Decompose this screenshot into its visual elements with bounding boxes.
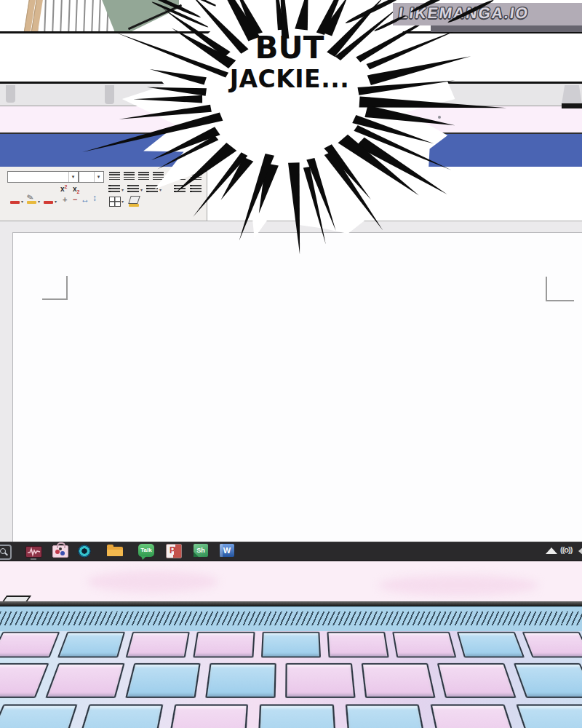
word-app-icon[interactable]: W (220, 544, 234, 557)
browser-ring-icon[interactable] (78, 545, 91, 558)
indent-decrease-button[interactable] (175, 185, 186, 193)
chevron-down-icon[interactable]: ▾ (21, 199, 23, 204)
speaker-vent (0, 606, 582, 632)
talk-messenger-icon[interactable]: Talk (138, 544, 154, 557)
keyboard-key (327, 632, 389, 658)
font-size-combo[interactable]: ▾ (79, 171, 104, 183)
keyboard-key (74, 704, 163, 728)
keyboard-key (125, 632, 190, 658)
indent-increase-button[interactable] (191, 185, 202, 193)
keyboard-key (194, 632, 255, 658)
keyboard-key (261, 632, 322, 658)
keyboard-key (45, 663, 125, 698)
subscript-button[interactable]: x2 (73, 185, 79, 193)
watermark-underbar (431, 25, 582, 32)
show-hidden-icons-button[interactable] (546, 547, 557, 554)
cell-shading-button[interactable] (128, 196, 140, 204)
app-titlebar (0, 134, 582, 167)
keyboard-key (513, 663, 582, 698)
chevron-down-icon[interactable]: ▾ (94, 172, 103, 182)
keyboard-key (392, 632, 457, 658)
keyboard-key (437, 663, 516, 698)
spacing-increase-button[interactable]: + (63, 195, 67, 204)
align-justify-button[interactable] (153, 172, 164, 181)
laptop-keyboard (0, 631, 582, 728)
margin-crop-mark-left (42, 276, 68, 300)
keyboard-key (125, 663, 201, 698)
bullet-list-button[interactable] (109, 185, 120, 193)
shading-yellow-bar (129, 204, 139, 207)
network-icon[interactable]: ((o)) (560, 545, 572, 554)
media-monitor-icon[interactable] (25, 546, 42, 558)
highlight-color-button[interactable] (27, 201, 36, 204)
keyboard-key (362, 663, 436, 698)
search-icon[interactable] (0, 545, 12, 560)
laptop-hinge (0, 601, 582, 606)
volume-icon[interactable] (578, 547, 582, 555)
chevron-down-icon[interactable]: ▾ (121, 199, 124, 204)
hinge-knob (562, 85, 582, 104)
burst-line-1: BUT (178, 32, 401, 64)
superscript-button[interactable]: x2 (60, 185, 67, 193)
font-color-button[interactable] (10, 201, 20, 204)
keyboard-key (166, 704, 248, 728)
multilevel-list-button[interactable] (147, 185, 158, 193)
chevron-down-icon[interactable]: ▾ (140, 187, 143, 192)
chevron-down-icon[interactable]: ▾ (68, 172, 77, 182)
spacing-decrease-button[interactable]: − (73, 195, 77, 204)
keyboard-key (346, 704, 429, 728)
desktop-pink-band (0, 106, 582, 134)
document-workspace (0, 221, 582, 542)
comic-panel: LIKEMANGA.IO ▾ ▾ x2 x2 ▾ ✎ ▾ ▾ + − (0, 0, 582, 728)
taskbar: Talk P Sh W ((o)) (0, 542, 582, 561)
keyboard-key (0, 632, 60, 658)
align-center-button[interactable] (124, 172, 135, 181)
keyboard-key (57, 632, 125, 658)
bezel-chip (562, 103, 582, 108)
presentation-app-icon[interactable]: P (166, 544, 182, 558)
folder-icon[interactable] (107, 547, 123, 556)
char-width-button[interactable]: ↔ (81, 194, 89, 205)
keyboard-key (457, 632, 525, 658)
keyboard-key (205, 663, 276, 698)
margin-crop-mark-right (546, 277, 574, 301)
keyboard-key (516, 704, 582, 728)
keyboard-key (522, 632, 582, 658)
insert-table-button[interactable] (109, 197, 121, 207)
shading-color-button[interactable] (44, 201, 53, 204)
hinge-knob (105, 85, 114, 104)
align-right-button[interactable] (138, 172, 149, 181)
keyboard-key (0, 663, 49, 698)
chevron-down-icon[interactable]: ▾ (55, 199, 57, 204)
motion-slash (182, 0, 223, 9)
burst-line-2: JACKIE... (178, 67, 401, 92)
word-processor-toolbar: ▾ ▾ x2 x2 ▾ ✎ ▾ ▾ + − ↔ ↕ ▾ ▾ ▾ (0, 167, 207, 221)
paragraph-spacing-button[interactable] (191, 172, 202, 181)
speech-burst-text: BUT JACKIE... (178, 32, 401, 92)
dust-dot (438, 116, 441, 119)
numbered-list-button[interactable] (128, 185, 139, 193)
keyboard-key (431, 704, 520, 728)
hinge-knob (6, 85, 15, 103)
keyboard-key (285, 663, 356, 698)
chevron-down-icon[interactable]: ▾ (38, 199, 40, 204)
font-family-combo[interactable]: ▾ (7, 171, 79, 183)
document-page[interactable] (12, 232, 582, 544)
keyboard-key (0, 704, 77, 728)
keyboard-key (258, 704, 337, 728)
line-spacing-button[interactable] (175, 172, 186, 181)
spreadsheet-app-icon[interactable]: Sh (194, 544, 208, 557)
shopping-bag-icon[interactable] (52, 545, 68, 558)
line-height-button[interactable]: ↕ (92, 193, 97, 203)
chevron-down-icon[interactable]: ▾ (159, 187, 162, 192)
align-left-button[interactable] (109, 172, 120, 181)
chevron-down-icon[interactable]: ▾ (121, 187, 124, 192)
laptop-deck (0, 561, 582, 601)
